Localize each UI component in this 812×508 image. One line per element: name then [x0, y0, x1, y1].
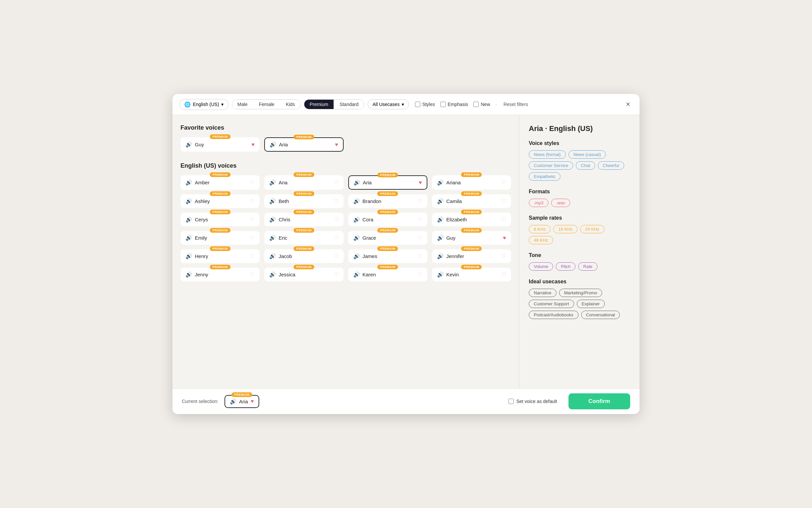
- current-heart-icon[interactable]: ♥: [250, 398, 254, 404]
- heart-icon[interactable]: ♡: [250, 235, 255, 241]
- tag-marketing/promo[interactable]: Marketing/Promo: [559, 289, 602, 297]
- heart-icon[interactable]: ♡: [501, 198, 506, 204]
- tag-podcast/audiobooks[interactable]: Podcast/Audiobooks: [529, 311, 578, 319]
- voice-card-guy[interactable]: PREMIUM🔊Guy♥: [432, 231, 511, 245]
- emphasis-checkbox[interactable]: [440, 102, 446, 107]
- tag-48-khz[interactable]: 48 KHz: [529, 236, 553, 244]
- voice-card-aria[interactable]: PREMIUM🔊Aria♥: [348, 175, 427, 190]
- tag-narrative[interactable]: Narrative: [529, 289, 556, 297]
- voice-card-ariana[interactable]: PREMIUM🔊Ariana♡: [432, 175, 511, 190]
- voice-card-jennifer[interactable]: PREMIUM🔊Jennifer♡: [432, 249, 511, 263]
- heart-icon[interactable]: ♥: [419, 180, 422, 186]
- voice-card-karen[interactable]: PREMIUM🔊Karen♡: [348, 268, 427, 281]
- tag-news-(formal)[interactable]: News (formal): [529, 150, 566, 159]
- voice-name: Chris: [278, 217, 290, 222]
- language-label: English (US): [193, 102, 219, 107]
- heart-icon[interactable]: ♡: [334, 179, 339, 186]
- heart-icon[interactable]: ♡: [418, 271, 422, 278]
- voice-card-jacob[interactable]: PREMIUM🔊Jacob♡: [264, 249, 343, 263]
- new-checkbox[interactable]: [473, 102, 479, 107]
- tag-empathetic[interactable]: Empathetic: [529, 172, 560, 181]
- usecase-select[interactable]: All Usecases ▾: [368, 99, 409, 109]
- heart-icon[interactable]: ♡: [501, 253, 506, 259]
- voice-card-beth[interactable]: PREMIUM🔊Beth♡: [264, 194, 343, 208]
- filter-premium[interactable]: Premium: [304, 100, 334, 109]
- reset-filters-link[interactable]: Reset filters: [503, 102, 528, 107]
- voice-name: Karen: [363, 272, 376, 277]
- voice-card-aria[interactable]: PREMIUM🔊Aria♥: [264, 137, 343, 152]
- heart-icon[interactable]: ♡: [250, 253, 255, 259]
- filter-kids[interactable]: Kids: [280, 100, 300, 109]
- voice-card-cora[interactable]: PREMIUM🔊Cora♡: [348, 213, 427, 226]
- heart-icon[interactable]: ♡: [250, 198, 255, 204]
- tag-customer-service[interactable]: Customer Service: [529, 161, 573, 170]
- heart-icon[interactable]: ♡: [334, 271, 339, 278]
- voice-card-brandon[interactable]: PREMIUM🔊Brandon♡: [348, 194, 427, 208]
- speaker-icon: 🔊: [269, 235, 276, 241]
- close-button[interactable]: ×: [623, 99, 633, 110]
- heart-icon[interactable]: ♡: [418, 198, 422, 204]
- voice-card-kevin[interactable]: PREMIUM🔊Kevin♡: [432, 268, 511, 281]
- speaker-icon: 🔊: [186, 198, 192, 204]
- checkbox-new[interactable]: New: [473, 102, 490, 107]
- heart-icon[interactable]: ♡: [501, 179, 506, 186]
- voice-card-emily[interactable]: PREMIUM🔊Emily♡: [181, 231, 260, 245]
- tag-cheerful[interactable]: Cheerful: [598, 161, 624, 170]
- checkbox-styles[interactable]: Styles: [415, 102, 435, 107]
- voice-card-amber[interactable]: PREMIUM🔊Amber♡: [181, 175, 260, 190]
- heart-icon[interactable]: ♡: [418, 216, 422, 223]
- speaker-icon: 🔊: [186, 253, 192, 259]
- voice-card-eric[interactable]: PREMIUM🔊Eric♡: [264, 231, 343, 245]
- heart-icon[interactable]: ♡: [418, 253, 422, 259]
- tag-explainer[interactable]: Explainer: [577, 300, 605, 308]
- heart-icon[interactable]: ♡: [334, 216, 339, 223]
- tag-.mp3[interactable]: .mp3: [529, 199, 548, 207]
- heart-icon[interactable]: ♡: [250, 179, 255, 186]
- tag-rate[interactable]: Rate: [578, 262, 597, 271]
- heart-icon[interactable]: ♥: [503, 235, 506, 241]
- confirm-button[interactable]: Confirm: [569, 393, 630, 409]
- tag-24-khz[interactable]: 24 KHz: [580, 225, 605, 233]
- tag-8-khz[interactable]: 8 KHz: [529, 225, 550, 233]
- heart-icon[interactable]: ♥: [252, 142, 255, 148]
- voice-card-camila[interactable]: PREMIUM🔊Camila♡: [432, 194, 511, 208]
- voice-card-james[interactable]: PREMIUM🔊James♡: [348, 249, 427, 263]
- checkbox-emphasis[interactable]: Emphasis: [440, 102, 468, 107]
- heart-icon[interactable]: ♥: [335, 142, 338, 148]
- heart-icon[interactable]: ♡: [334, 235, 339, 241]
- voice-card-grace[interactable]: PREMIUM🔊Grace♡: [348, 231, 427, 245]
- current-voice-card[interactable]: PREMIUM 🔊 Aria ♥: [225, 395, 259, 408]
- heart-icon[interactable]: ♡: [250, 271, 255, 278]
- tag-customer-support[interactable]: Customer Support: [529, 300, 574, 308]
- language-select[interactable]: 🌐 English (US) ▾: [179, 99, 229, 110]
- heart-icon[interactable]: ♡: [501, 216, 506, 223]
- voice-card-henry[interactable]: PREMIUM🔊Henry♡: [181, 249, 260, 263]
- filter-female[interactable]: Female: [254, 100, 280, 109]
- voice-card-ana[interactable]: PREMIUM🔊Ana♡: [264, 175, 343, 190]
- set-default-label[interactable]: Set voice as default: [508, 399, 557, 404]
- filter-male[interactable]: Male: [232, 100, 253, 109]
- tag-conversational[interactable]: Conversational: [581, 311, 620, 319]
- filter-standard[interactable]: Standard: [334, 100, 364, 109]
- heart-icon[interactable]: ♡: [334, 253, 339, 259]
- tag-pitch[interactable]: Pitch: [556, 262, 576, 271]
- heart-icon[interactable]: ♡: [250, 216, 255, 223]
- voice-card-guy[interactable]: PREMIUM🔊Guy♥: [181, 137, 260, 152]
- tag-chat[interactable]: Chat: [576, 161, 595, 170]
- voice-card-cerys[interactable]: PREMIUM🔊Cerys♡: [181, 213, 260, 226]
- current-premium-badge: PREMIUM: [232, 392, 252, 397]
- heart-icon[interactable]: ♡: [418, 235, 422, 241]
- voice-card-jenny[interactable]: PREMIUM🔊Jenny♡: [181, 268, 260, 281]
- voice-card-chris[interactable]: PREMIUM🔊Chris♡: [264, 213, 343, 226]
- voice-card-elizabeth[interactable]: PREMIUM🔊Elizabeth♡: [432, 213, 511, 226]
- voice-card-jessica[interactable]: PREMIUM🔊Jessica♡: [264, 268, 343, 281]
- set-default-checkbox[interactable]: [508, 399, 514, 404]
- tag-.wav[interactable]: .wav: [551, 199, 570, 207]
- tag-news-(casual)[interactable]: News (casual): [569, 150, 606, 159]
- tag-volume[interactable]: Volume: [529, 262, 553, 271]
- voice-card-ashley[interactable]: PREMIUM🔊Ashley♡: [181, 194, 260, 208]
- heart-icon[interactable]: ♡: [501, 271, 506, 278]
- heart-icon[interactable]: ♡: [334, 198, 339, 204]
- styles-checkbox[interactable]: [415, 102, 420, 107]
- tag-16-khz[interactable]: 16 KHz: [553, 225, 577, 233]
